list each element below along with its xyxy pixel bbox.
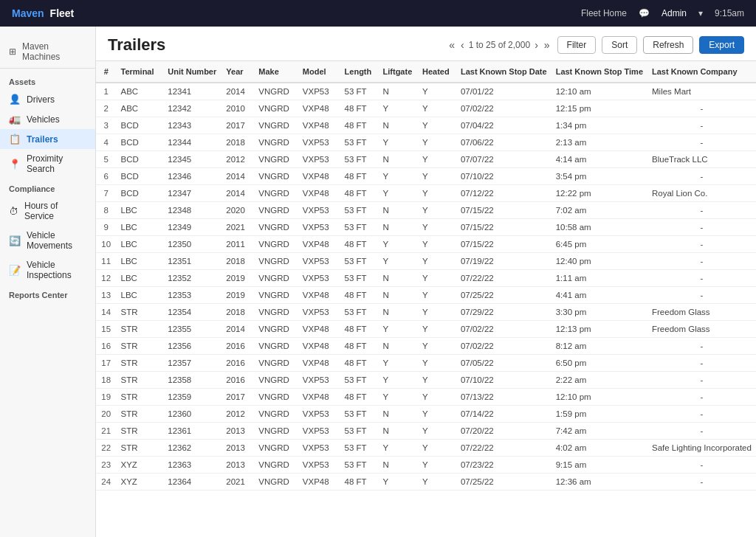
table-cell: 6:45 pm <box>551 236 647 253</box>
pagination-prev[interactable]: ‹ <box>459 39 466 51</box>
table-cell: 53 FT <box>340 440 379 457</box>
table-cell: 48 FT <box>340 100 379 117</box>
pagination-next[interactable]: › <box>533 39 540 51</box>
table-cell: 5 <box>96 151 117 168</box>
table-cell: 07/02/22 <box>456 321 551 338</box>
table-cell: 2021 <box>221 474 254 491</box>
table-cell: 48 FT <box>340 185 379 202</box>
table-cell: VNGRD <box>254 355 298 372</box>
table-cell: 07/04/22 <box>456 117 551 134</box>
table-cell: Y <box>379 185 418 202</box>
table-cell: 53 FT <box>340 457 379 474</box>
table-cell: 2014 <box>221 185 254 202</box>
table-cell: 10 <box>96 236 117 253</box>
table-cell: 7:02 am <box>551 202 647 219</box>
table-row: 7BCD123472014VNGRDVXP4848 FTYY07/12/2212… <box>96 185 756 202</box>
table-cell: 12353 <box>163 287 221 304</box>
table-cell: 12343 <box>163 117 221 134</box>
table-cell: N <box>379 406 418 423</box>
table-cell: 15 <box>96 321 117 338</box>
table-row: 6BCD123462014VNGRDVXP4848 FTYY07/10/223:… <box>96 168 756 185</box>
sidebar-machines: ⊞ Maven Machines <box>0 35 95 69</box>
sidebar-item-trailers[interactable]: 📋 Trailers <box>0 129 95 149</box>
table-cell: Y <box>379 355 418 372</box>
table-body: 1ABC123412014VNGRDVXP5353 FTNY07/01/2212… <box>96 83 756 491</box>
table-cell: 12357 <box>163 355 221 372</box>
table-cell: Y <box>379 321 418 338</box>
sidebar-item-label: Trailers <box>27 134 58 145</box>
fleet-home-link[interactable]: Fleet Home <box>581 8 627 18</box>
table-cell: VXP53 <box>298 270 340 287</box>
topbar-right: Fleet Home 💬 Admin ▾ 9:15am <box>581 8 744 18</box>
table-cell: Y <box>379 168 418 185</box>
table-cell: N <box>379 219 418 236</box>
table-cell: VXP53 <box>298 151 340 168</box>
sidebar-item-proximity[interactable]: 📍 Proximity Search <box>0 149 95 179</box>
table-cell: - <box>647 423 756 440</box>
pagination-last[interactable]: » <box>543 39 551 51</box>
table-row: 22STR123622013VNGRDVXP5353 FTYY07/22/224… <box>96 440 756 457</box>
table-cell: 07/25/22 <box>456 287 551 304</box>
col-header-liftgate: Liftgate <box>379 61 418 83</box>
table-cell: 07/22/22 <box>456 440 551 457</box>
table-row: 3BCD123432017VNGRDVXP4848 FTNY07/04/221:… <box>96 117 756 134</box>
table-cell: N <box>379 304 418 321</box>
chat-icon[interactable]: 💬 <box>639 8 650 18</box>
admin-menu[interactable]: Admin <box>662 8 687 18</box>
sidebar-item-inspections[interactable]: 📝 Vehicle Inspections <box>0 255 95 285</box>
vehicles-icon: 🚛 <box>9 114 21 125</box>
col-header-unit: Unit Number <box>163 61 221 83</box>
table-cell: STR <box>117 338 164 355</box>
table-cell: 12:10 am <box>551 83 647 100</box>
table-cell: VXP53 <box>298 134 340 151</box>
table-cell: XYZ <box>117 474 164 491</box>
table-row: 21STR123612013VNGRDVXP5353 FTNY07/20/227… <box>96 423 756 440</box>
table-row: 23XYZ123632013VNGRDVXP5353 FTNY07/23/229… <box>96 457 756 474</box>
table-cell: 1:59 pm <box>551 406 647 423</box>
table-cell: VXP48 <box>298 389 340 406</box>
table-cell: VXP53 <box>298 457 340 474</box>
table-cell: 9:15 am <box>551 457 647 474</box>
table-cell: Y <box>418 321 456 338</box>
table-cell: 2019 <box>221 270 254 287</box>
sort-button[interactable]: Sort <box>602 36 637 54</box>
pagination-first[interactable]: « <box>447 39 456 51</box>
table-cell: 07/10/22 <box>456 372 551 389</box>
trailers-table-container: # Terminal Unit Number Year Make Model L… <box>96 61 756 537</box>
filter-button[interactable]: Filter <box>557 36 597 54</box>
sidebar: ⊞ Maven Machines Assets 👤 Drivers 🚛 Vehi… <box>0 27 96 537</box>
sidebar-item-drivers[interactable]: 👤 Drivers <box>0 89 95 109</box>
table-cell: - <box>647 389 756 406</box>
table-cell: VNGRD <box>254 287 298 304</box>
sidebar-item-hours[interactable]: ⏱ Hours of Service <box>0 196 95 226</box>
table-cell: Y <box>379 100 418 117</box>
table-cell: - <box>647 202 756 219</box>
table-cell: 1:34 pm <box>551 117 647 134</box>
sidebar-item-vehicles[interactable]: 🚛 Vehicles <box>0 109 95 129</box>
table-cell: N <box>379 270 418 287</box>
table-cell: 07/22/22 <box>456 270 551 287</box>
table-cell: 12:22 pm <box>551 185 647 202</box>
table-cell: 2 <box>96 100 117 117</box>
table-cell: 2012 <box>221 151 254 168</box>
table-cell: 12355 <box>163 321 221 338</box>
table-cell: STR <box>117 321 164 338</box>
table-cell: 53 FT <box>340 134 379 151</box>
table-cell: 12342 <box>163 100 221 117</box>
table-cell: - <box>647 117 756 134</box>
table-cell: 53 FT <box>340 253 379 270</box>
reports-section-label: Reports Center <box>0 285 95 302</box>
table-cell: VNGRD <box>254 423 298 440</box>
topbar-arrow-icon[interactable]: ▾ <box>698 8 703 18</box>
table-cell: Y <box>418 389 456 406</box>
export-button[interactable]: Export <box>699 36 744 54</box>
col-header-company: Last Known Company <box>647 61 756 83</box>
table-cell: Y <box>418 83 456 100</box>
refresh-button[interactable]: Refresh <box>643 36 693 54</box>
proximity-icon: 📍 <box>9 159 21 170</box>
table-cell: VNGRD <box>254 270 298 287</box>
sidebar-item-movements[interactable]: 🔄 Vehicle Movements <box>0 226 95 255</box>
table-header: # Terminal Unit Number Year Make Model L… <box>96 61 756 83</box>
sidebar-item-label: Vehicle Inspections <box>27 260 86 280</box>
table-cell: 13 <box>96 287 117 304</box>
